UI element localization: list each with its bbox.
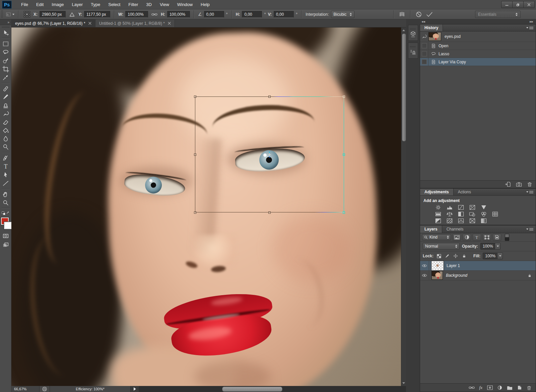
layer-style-fx-icon[interactable]: fx — [479, 385, 482, 390]
hue-saturation-icon[interactable] — [434, 211, 442, 217]
collapse-to-icons-right[interactable]: ▶▶ — [530, 20, 533, 23]
zoom-level-field[interactable]: 66,67% — [11, 386, 40, 392]
restore-button[interactable] — [512, 1, 524, 8]
transform-handle-top-left[interactable] — [194, 95, 196, 98]
tab-adjustments[interactable]: Adjustments — [420, 189, 454, 195]
rectangular-marquee-tool[interactable] — [1, 40, 11, 48]
levels-icon[interactable] — [446, 204, 454, 210]
tab-actions[interactable]: Actions — [454, 189, 475, 195]
link-layers-icon[interactable] — [469, 386, 475, 390]
minimize-button[interactable] — [501, 1, 513, 8]
gradient-map-icon[interactable] — [468, 218, 476, 224]
menu-select[interactable]: Select — [104, 2, 124, 7]
eraser-tool[interactable] — [1, 118, 11, 126]
history-state-open[interactable]: Open — [420, 42, 536, 50]
transform-handle-middle-left[interactable] — [194, 153, 196, 156]
new-document-from-state-icon[interactable] — [505, 182, 511, 187]
panel-menu-icon[interactable] — [526, 189, 536, 195]
workspace-switcher[interactable]: Essentials — [475, 11, 521, 18]
blend-mode-dropdown[interactable]: Normal — [423, 243, 460, 250]
smart-object-filter-icon[interactable] — [493, 234, 501, 241]
visibility-eye-icon[interactable] — [420, 271, 429, 280]
fill-dropdown-arrow[interactable] — [497, 253, 503, 259]
document-canvas[interactable] — [11, 27, 401, 386]
tab-history[interactable]: History — [420, 24, 443, 31]
link-dimensions-icon[interactable] — [150, 11, 159, 18]
menu-image[interactable]: Image — [48, 2, 68, 7]
fill-value[interactable]: 100% — [483, 253, 497, 259]
menu-layer[interactable]: Layer — [68, 2, 87, 7]
gradient-paint-bucket-tool[interactable] — [1, 126, 11, 134]
new-layer-icon[interactable] — [517, 385, 522, 390]
y-position-input[interactable]: 1177,50 px — [84, 11, 110, 18]
lock-transparency-icon[interactable] — [436, 253, 442, 259]
shape-layer-filter-icon[interactable] — [483, 234, 491, 241]
vertical-scrollbar-thumb[interactable] — [402, 34, 406, 141]
posterize-icon[interactable] — [446, 218, 454, 224]
transform-handle-top-center[interactable] — [268, 95, 271, 98]
pen-tool[interactable] — [1, 154, 11, 162]
quick-mask-mode-button[interactable] — [1, 232, 11, 240]
clone-source-panel-icon[interactable] — [408, 43, 418, 59]
vertical-scrollbar[interactable] — [401, 27, 406, 386]
layer-row-background[interactable]: Background — [420, 271, 536, 280]
panel-menu-icon[interactable] — [526, 24, 536, 31]
delete-layer-trash-icon[interactable] — [527, 385, 532, 390]
layer-name[interactable]: Background — [446, 273, 467, 278]
background-color-swatch[interactable] — [4, 222, 12, 229]
snapshot-thumbnail[interactable] — [428, 32, 441, 41]
opacity-dropdown-arrow[interactable] — [495, 243, 500, 250]
new-snapshot-camera-icon[interactable] — [516, 182, 522, 187]
close-icon[interactable] — [168, 22, 171, 25]
efficiency-indicator[interactable]: Efficiency: 100%* — [50, 386, 131, 392]
menu-help[interactable]: Help — [197, 2, 214, 7]
clone-stamp-tool[interactable] — [1, 101, 11, 109]
history-state-layer-via-copy[interactable]: Layer Via Copy — [420, 58, 536, 66]
status-options-arrow[interactable] — [131, 386, 139, 392]
history-brush-source-well[interactable] — [420, 31, 428, 42]
invert-icon[interactable] — [434, 218, 442, 224]
blur-tool[interactable] — [1, 134, 11, 143]
panel-menu-icon[interactable] — [526, 225, 536, 233]
rotation-input[interactable]: 0,00 — [204, 11, 224, 18]
adjustment-layer-icon[interactable] — [497, 385, 502, 390]
selective-color-icon[interactable] — [480, 218, 488, 224]
visibility-eye-icon[interactable] — [420, 261, 429, 270]
interpolation-dropdown[interactable]: Bicubic — [331, 11, 355, 18]
dodge-tool[interactable] — [1, 143, 11, 151]
menu-view[interactable]: View — [156, 2, 173, 7]
transform-handle-bottom-center[interactable] — [268, 211, 271, 214]
transform-handle-bottom-right[interactable] — [343, 211, 345, 214]
skew-v-input[interactable]: 0,00 — [274, 11, 294, 18]
width-input[interactable]: 100,00% — [125, 11, 148, 18]
history-source-checkbox[interactable] — [420, 42, 428, 50]
brightness-contrast-icon[interactable] — [434, 204, 442, 210]
history-state-lasso[interactable]: Lasso — [420, 50, 536, 58]
delete-state-trash-icon[interactable] — [527, 182, 532, 187]
color-lookup-icon[interactable] — [491, 211, 499, 217]
tab-channels[interactable]: Channels — [442, 225, 468, 233]
transform-reference-point[interactable] — [268, 153, 271, 156]
type-layer-filter-icon[interactable]: T — [473, 234, 481, 241]
history-brush-tool[interactable] — [1, 109, 11, 118]
eyedropper-tool[interactable] — [1, 73, 11, 81]
transform-handle-middle-right[interactable] — [343, 153, 345, 156]
exposure-icon[interactable] — [468, 204, 476, 210]
layer-thumbnail[interactable] — [431, 271, 443, 280]
scroll-down-arrow-icon[interactable] — [402, 382, 405, 384]
photo-filter-icon[interactable] — [468, 211, 476, 217]
warp-mode-icon[interactable] — [398, 11, 406, 18]
menu-file[interactable]: File — [17, 2, 32, 7]
layer-filter-kind-dropdown[interactable]: Kind — [422, 234, 451, 240]
commit-transform-icon[interactable] — [425, 11, 434, 18]
layer-row-layer-1[interactable]: Layer 1 — [420, 261, 536, 271]
lasso-tool[interactable] — [1, 48, 11, 56]
scroll-up-arrow-icon[interactable] — [402, 29, 405, 31]
zoom-tool[interactable] — [1, 198, 11, 207]
screen-mode-button[interactable] — [1, 241, 11, 249]
transform-handle-top-right[interactable] — [343, 95, 345, 98]
tool-preset-picker[interactable] — [6, 11, 14, 18]
channel-mixer-icon[interactable] — [480, 211, 488, 217]
filter-toggle-switch[interactable] — [505, 234, 509, 241]
line-tool[interactable] — [1, 179, 11, 187]
